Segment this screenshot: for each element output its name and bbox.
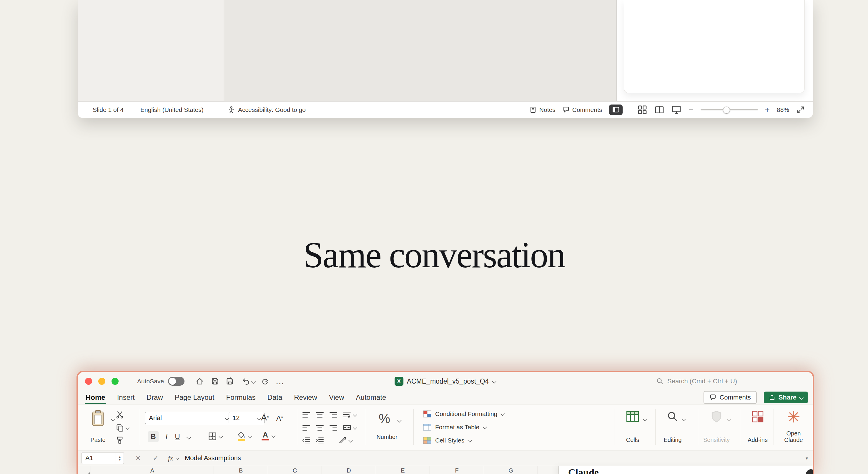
reading-view-icon[interactable]	[654, 105, 664, 115]
fullscreen-icon[interactable]	[796, 106, 805, 114]
tab-review[interactable]: Review	[294, 393, 317, 402]
share-button[interactable]: Share	[764, 391, 808, 403]
headline: Same conversation	[0, 234, 868, 276]
column-header-a[interactable]: A	[91, 466, 214, 474]
accessibility-status[interactable]: Accessibility: Good to go	[227, 101, 306, 118]
center-button[interactable]	[315, 424, 324, 431]
column-header-g[interactable]: G	[484, 466, 538, 474]
save-as-button[interactable]	[226, 377, 234, 385]
redo-button[interactable]	[261, 377, 269, 385]
tab-insert[interactable]: Insert	[117, 393, 135, 402]
confirm-entry-button[interactable]: ✓	[153, 450, 159, 466]
font-color-button[interactable]: A	[261, 431, 275, 440]
orientation-button[interactable]	[338, 437, 352, 444]
percent-icon: %	[379, 411, 390, 426]
align-right-button[interactable]	[329, 424, 338, 431]
ribbon-tab-bar: Home Insert Draw Page Layout Formulas Da…	[78, 390, 813, 405]
tab-page-layout[interactable]: Page Layout	[175, 393, 215, 402]
chevron-down-icon	[483, 425, 487, 429]
underline-button[interactable]: U	[173, 431, 182, 442]
align-bottom-button[interactable]	[329, 411, 338, 418]
zoom-in-button[interactable]: +	[765, 105, 770, 115]
chevron-down-icon[interactable]	[397, 418, 402, 422]
cell-styles-button[interactable]: Cell Styles	[423, 434, 505, 447]
comments-button[interactable]: Comments	[563, 106, 602, 113]
tab-automate[interactable]: Automate	[356, 393, 386, 402]
italic-button[interactable]: I	[162, 431, 171, 442]
cancel-entry-button[interactable]: ×	[136, 450, 141, 466]
zoom-percent[interactable]: 88%	[777, 106, 789, 113]
align-top-icon	[302, 411, 311, 418]
number-format-button[interactable]: %	[379, 411, 390, 426]
slideshow-view-icon[interactable]	[672, 105, 681, 115]
undo-button[interactable]	[242, 377, 255, 385]
cut-button[interactable]	[116, 411, 124, 419]
format-painter-button[interactable]	[116, 436, 124, 444]
notes-button[interactable]: Notes	[530, 106, 556, 113]
merge-center-button[interactable]	[342, 424, 357, 431]
column-header-b[interactable]: B	[214, 466, 268, 474]
excel-titlebar: AutoSave	[78, 372, 813, 390]
open-claude-button[interactable]: Open Claude	[778, 407, 809, 448]
zoom-slider[interactable]	[701, 105, 758, 115]
grow-font-button[interactable]: A ▴	[261, 412, 269, 422]
name-box-stepper[interactable]: ▴ ▾	[116, 452, 124, 464]
claude-avatar[interactable]	[806, 469, 813, 474]
cells-button[interactable]: Cells	[619, 407, 646, 448]
editing-button[interactable]: Editing	[659, 407, 686, 448]
column-header-e[interactable]: E	[376, 466, 430, 474]
increase-indent-button[interactable]	[315, 437, 324, 444]
more-commands-button[interactable]: …	[275, 376, 284, 386]
normal-view-icon[interactable]	[637, 105, 647, 115]
font-size-select[interactable]: 12	[228, 412, 265, 424]
save-button[interactable]	[211, 377, 219, 385]
decrease-indent-button[interactable]	[302, 437, 311, 444]
name-box[interactable]: A1 ▴ ▾	[82, 452, 124, 464]
select-all-corner[interactable]	[78, 466, 91, 474]
chevron-down-icon[interactable]	[187, 435, 191, 440]
conditional-formatting-button[interactable]: Conditional Formatting	[423, 407, 505, 420]
format-as-table-button[interactable]: Format as Table	[423, 420, 505, 434]
insert-function-button[interactable]: fx	[168, 450, 179, 466]
home-button[interactable]	[196, 377, 204, 385]
tab-data[interactable]: Data	[268, 393, 282, 402]
shrink-font-button[interactable]: A ▾	[276, 414, 283, 422]
font-name-select[interactable]: Arial	[145, 412, 233, 424]
tab-view[interactable]: View	[329, 393, 344, 402]
format-as-table-label: Format as Table	[435, 424, 479, 431]
tab-draw[interactable]: Draw	[147, 393, 163, 402]
minimize-button[interactable]	[98, 378, 105, 385]
align-top-button[interactable]	[302, 411, 311, 418]
bold-button[interactable]: B	[148, 431, 159, 442]
copy-button[interactable]	[116, 424, 129, 432]
addins-button[interactable]: Add-ins	[744, 407, 772, 448]
search-field[interactable]: Search (Cmd + Ctrl + U)	[656, 378, 737, 385]
zoom-slider-knob[interactable]	[723, 107, 730, 114]
borders-button[interactable]	[208, 432, 223, 441]
language-status[interactable]: English (United States)	[141, 101, 204, 118]
comments-label: Comments	[719, 394, 751, 401]
column-header-d[interactable]: D	[322, 466, 376, 474]
close-button[interactable]	[85, 378, 92, 385]
document-title[interactable]: X ACME_model_v5_post_Q4	[395, 377, 496, 386]
fill-color-button[interactable]	[237, 431, 252, 441]
align-left-button[interactable]	[302, 424, 311, 431]
zoom-window-button[interactable]	[112, 378, 119, 385]
zoom-out-button[interactable]: −	[688, 105, 693, 115]
ppt-thumbnail-panel[interactable]	[78, 0, 224, 101]
chevron-down-icon	[176, 456, 179, 460]
wrap-text-button[interactable]	[342, 411, 357, 418]
share-icon	[769, 394, 776, 401]
column-header-c[interactable]: C	[268, 466, 322, 474]
align-middle-button[interactable]	[315, 411, 324, 418]
comments-button[interactable]: Comments	[704, 391, 756, 404]
autosave-toggle[interactable]	[168, 377, 185, 386]
ppt-slide-canvas[interactable]	[224, 0, 617, 101]
formula-bar-collapse[interactable]: ▾	[806, 450, 808, 466]
tab-formulas[interactable]: Formulas	[226, 393, 256, 402]
column-header-f[interactable]: F	[430, 466, 484, 474]
formula-content[interactable]: Model Assumptions	[185, 450, 241, 466]
tab-home[interactable]: Home	[86, 393, 105, 402]
paste-button[interactable]: Paste	[85, 407, 112, 448]
sidebar-toggle-button[interactable]	[609, 105, 623, 115]
